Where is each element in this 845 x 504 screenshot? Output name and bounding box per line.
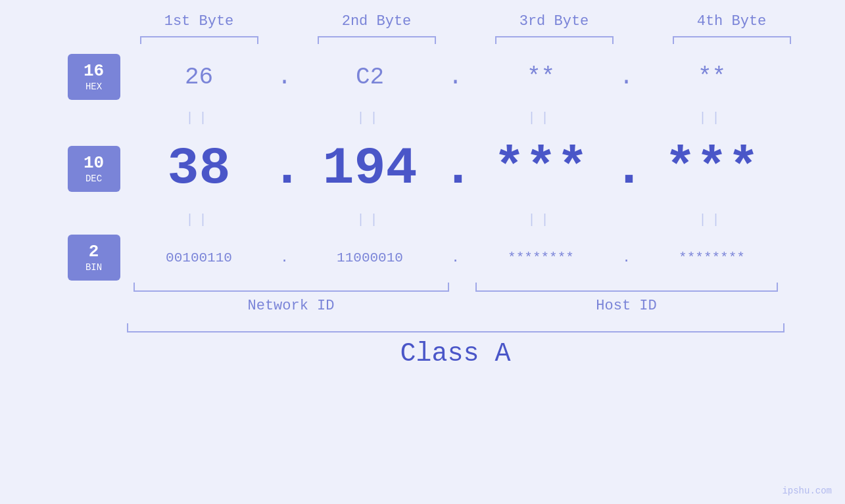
bin-badge: 2 BIN [68,235,120,281]
hex-b2: C2 [298,64,443,91]
top-brackets [0,36,845,44]
bottom-bracket-lines [127,283,785,294]
hex-values-row: 26 . C2 . ** . ** [127,54,785,100]
bin-values-row: 00100110 . 11000010 . ******** . *******… [127,238,785,277]
hex-b1: 26 [127,64,272,91]
byte3-header: 3rd Byte [466,13,643,30]
bin-b1: 00100110 [127,250,272,265]
dec-dot1: . [272,143,298,195]
eq1-b3: || [469,110,614,126]
byte4-header: 4th Byte [643,13,821,30]
hex-dot3: . [614,64,640,91]
bracket-top-2 [288,36,466,44]
byte2-header: 2nd Byte [288,13,466,30]
dec-dot3: . [614,143,640,195]
hex-b4: ** [640,64,785,91]
bin-row-height: 2 BIN [68,238,120,277]
bin-b4: ******** [640,250,785,265]
class-label: Class A [127,339,785,369]
host-id-label: Host ID [475,298,778,314]
eq1-b4: || [640,110,785,126]
main-container: 1st Byte 2nd Byte 3rd Byte 4th Byte 16 H… [0,0,845,504]
dec-badge: 10 DEC [68,146,120,192]
eq2-b4: || [640,212,785,227]
hex-dot1: . [272,64,298,91]
eq2-b1: || [127,212,272,227]
network-id-bracket [133,283,449,292]
byte-headers: 1st Byte 2nd Byte 3rd Byte 4th Byte [0,13,845,30]
bracket-top-3 [466,36,643,44]
full-bottom-bracket [127,323,785,332]
eq1-b1: || [127,110,272,126]
host-id-bracket [475,283,778,292]
bracket-top-4 [643,36,821,44]
hex-row-height: 16 HEX [68,54,120,100]
bin-b2: 11000010 [298,250,443,265]
dec-b2: 194 [298,143,443,195]
network-id-label: Network ID [133,298,449,314]
bin-b3: ******** [469,250,614,265]
equals-row-2: || || || || [127,202,785,238]
dec-b1: 38 [127,143,272,195]
values-area: 26 . C2 . ** . ** || || || || 38 [127,54,785,369]
bin-dot2: . [443,250,469,265]
eq2-b3: || [469,212,614,227]
id-labels: Network ID Host ID [127,298,785,314]
eq1-b2: || [298,110,443,126]
bin-dot3: . [614,250,640,265]
bracket-top-1 [110,36,288,44]
equals-row-1: || || || || [127,100,785,136]
base-badges: 16 HEX 10 DEC 2 BIN [61,54,127,369]
dec-dot2: . [443,143,469,195]
bin-dot1: . [272,250,298,265]
dec-row-height: 10 DEC [68,136,120,202]
watermark: ipshu.com [782,486,832,496]
eq2-b2: || [298,212,443,227]
dec-values-row: 38 . 194 . *** . *** [127,136,785,202]
data-area: 16 HEX 10 DEC 2 BIN [61,54,785,369]
hex-dot2: . [443,64,469,91]
hex-b3: ** [469,64,614,91]
dec-b3: *** [469,143,614,195]
dec-b4: *** [640,143,785,195]
byte1-header: 1st Byte [110,13,288,30]
hex-badge: 16 HEX [68,54,120,100]
